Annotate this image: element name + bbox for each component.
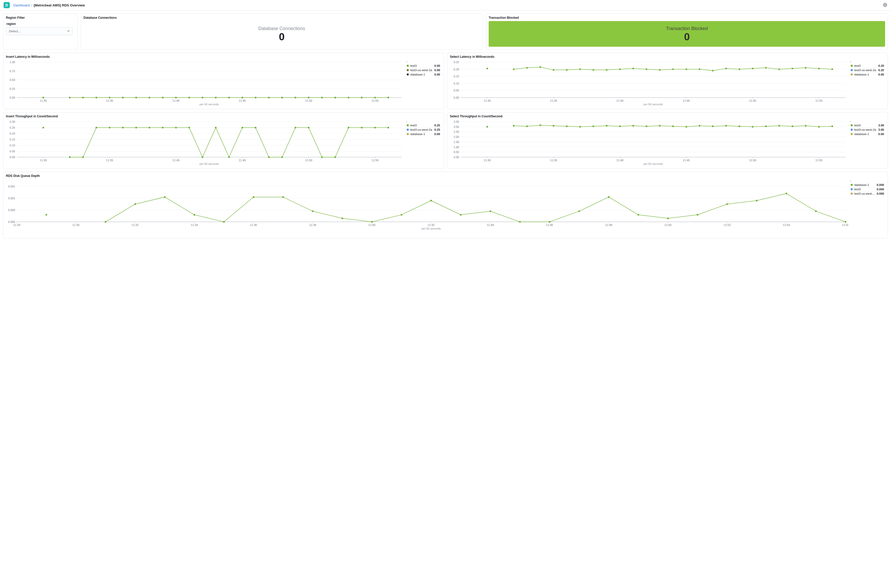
svg-point-151 [321,156,323,158]
legend-item[interactable]: test3 0.25 [406,123,441,128]
breadcrumb-root[interactable]: Dashboard [14,3,30,7]
legend-expand-icon[interactable]: › [850,60,851,63]
svg-point-264 [401,214,402,215]
svg-point-277 [786,193,787,194]
svg-point-33 [162,97,164,98]
legend-item[interactable]: test3-us-west-2a 0.00 [406,68,441,72]
legend-item[interactable]: test3-us-west-2a 0.20 [850,68,885,72]
svg-text:0.000: 0.000 [8,208,15,212]
svg-point-98 [778,68,780,70]
legend-item[interactable]: test3-us-west-2a 3.00 [850,128,885,132]
select-latency-chart[interactable]: 0.000.050.100.150.200.2511:3011:3511:401… [450,60,848,106]
svg-point-267 [490,210,491,212]
svg-text:11:30: 11:30 [40,99,47,102]
disk-queue-chart[interactable]: 0.0000.0000.0010.00111:2811:3011:3211:34… [6,179,848,236]
svg-point-94 [725,68,727,69]
legend-dot-icon [850,74,853,75]
svg-point-80 [539,66,541,68]
svg-text:per 60 seconds: per 60 seconds [421,227,441,230]
legend-item[interactable]: test3-us-west-2a 0.000 [850,192,885,196]
svg-point-31 [135,97,137,98]
select-throughput-panel: Select Throughput in Count/Second 0.000.… [447,112,888,169]
region-select[interactable]: Select... [6,27,73,35]
svg-point-199 [659,125,661,127]
svg-text:per 60 seconds: per 60 seconds [199,162,219,165]
svg-point-271 [608,196,609,198]
legend-item-label: test3 [410,124,433,127]
legend-expand-icon[interactable]: › [406,60,407,63]
legend-item[interactable]: test3 0.20 [850,64,885,68]
svg-text:per 60 seconds: per 60 seconds [643,162,663,165]
svg-text:11:55: 11:55 [371,99,379,102]
svg-text:2.50: 2.50 [454,130,459,133]
svg-point-263 [371,221,373,223]
svg-text:3.50: 3.50 [454,120,459,123]
svg-point-274 [697,214,698,215]
svg-point-212 [831,126,833,127]
svg-point-44 [308,97,310,98]
legend-item[interactable]: database-1 0.00 [850,132,885,136]
svg-point-49 [374,97,376,98]
legend-dot-icon [850,69,853,71]
svg-point-260 [282,196,284,198]
insert-throughput-chart[interactable]: 0.000.050.100.150.200.250.3011:3011:3511… [6,120,404,166]
svg-point-269 [549,221,550,223]
panel-title: Insert Throughput in Count/Second [6,114,441,118]
svg-text:11:55: 11:55 [816,159,823,162]
svg-text:0.25: 0.25 [10,126,15,129]
inspect-icon[interactable] [883,3,887,8]
svg-point-38 [228,97,230,98]
legend-expand-icon[interactable]: › [850,120,851,123]
svg-point-93 [712,70,714,71]
svg-text:11:42: 11:42 [428,224,435,226]
legend-item-value: 0.000 [877,192,884,195]
legend-item[interactable]: test3 0.000 [850,187,885,192]
svg-point-99 [792,68,793,69]
svg-point-30 [122,97,123,98]
svg-text:11:38: 11:38 [309,224,316,226]
svg-point-149 [295,127,296,128]
legend-item-label: test3-us-west-2a [410,128,433,131]
svg-point-194 [592,126,594,127]
app-logo[interactable]: D [4,2,10,8]
svg-point-206 [752,126,753,128]
legend-expand-icon[interactable]: › [406,120,407,123]
svg-text:11:45: 11:45 [239,99,246,102]
svg-text:0.001: 0.001 [8,185,15,188]
svg-text:11:35: 11:35 [106,99,113,102]
svg-point-262 [341,218,343,219]
legend-item-value: 0.000 [877,188,884,191]
legend-item[interactable]: test3 0.00 [406,64,441,68]
svg-point-47 [348,97,349,98]
select-throughput-chart[interactable]: 0.000.501.001.502.002.503.003.5011:3011:… [450,120,848,166]
legend-item[interactable]: database-1 0.000 [850,183,885,187]
svg-text:0.25: 0.25 [454,61,459,64]
legend-item[interactable]: database-1 0.00 [850,72,885,76]
svg-text:11:34: 11:34 [191,224,198,226]
svg-point-275 [726,203,728,205]
legend-item-value: 0.25 [434,128,440,131]
svg-text:11:55: 11:55 [816,99,823,102]
legend-item[interactable]: test3-us-west-2a 0.25 [406,128,441,132]
legend-dot-icon [850,129,853,131]
transaction-blocked-panel: Transaction Blocked Transaction Blocked … [486,14,888,50]
svg-text:0.05: 0.05 [454,89,459,92]
legend-item-value: 0.20 [878,64,884,67]
legend-item[interactable]: database-1 0.00 [406,132,441,136]
legend-item[interactable]: database-1 0.00 [406,72,441,76]
svg-point-138 [149,127,150,128]
legend-expand-icon[interactable]: › [850,179,851,182]
insert-latency-chart[interactable]: 0.000.250.500.751.0011:3011:3511:4011:45… [6,60,404,106]
legend-dot-icon [850,133,853,135]
svg-point-273 [667,218,669,219]
metric-db-connections: Database Connections 0 [84,21,480,47]
svg-text:0.50: 0.50 [10,78,15,81]
svg-point-78 [513,68,514,70]
legend-item[interactable]: test3 3.00 [850,123,885,128]
svg-text:11:35: 11:35 [106,159,113,162]
svg-text:0.00: 0.00 [454,156,459,159]
metric-value: 0 [279,32,284,42]
svg-point-155 [374,127,376,128]
svg-text:0.50: 0.50 [454,150,459,153]
svg-point-51 [42,97,44,98]
